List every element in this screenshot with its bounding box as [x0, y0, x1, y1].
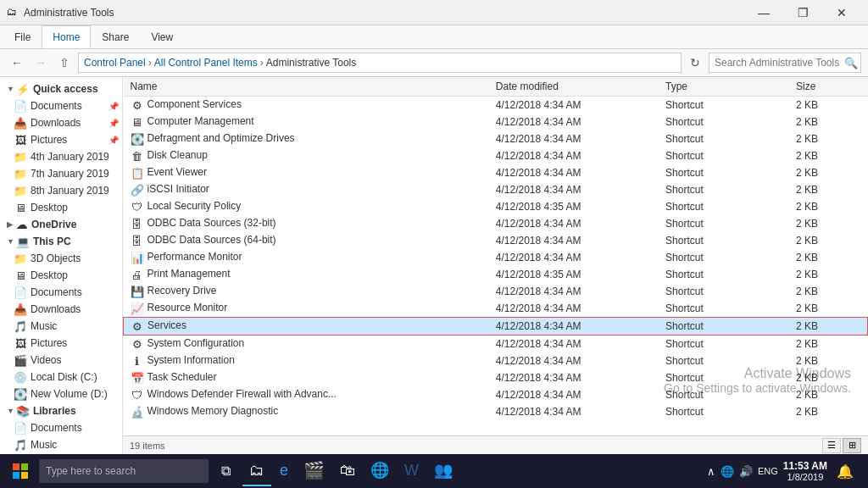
- sidebar-item-pictures-pinned[interactable]: 🖼 Pictures 📌: [0, 131, 122, 148]
- sidebar-item-desktop-pinned[interactable]: 🖥 Desktop: [0, 199, 122, 216]
- file-name-cell: 📅Task Scheduler: [124, 369, 489, 386]
- tab-file[interactable]: File: [3, 25, 42, 48]
- title-bar-controls: — ❐ ✕: [744, 0, 861, 25]
- table-row[interactable]: 🔬Windows Memory Diagnostic 4/12/2018 4:3…: [124, 403, 868, 420]
- drive-icon: 💽: [14, 387, 27, 401]
- sidebar-item-new-volume[interactable]: 💽 New Volume (D:): [0, 385, 122, 402]
- sidebar-item-libraries[interactable]: ▼ 📚 Libraries: [0, 402, 122, 419]
- sidebar-item-jan7[interactable]: 📁 7th January 2019: [0, 165, 122, 182]
- col-header-size[interactable]: Size: [789, 77, 867, 97]
- table-row[interactable]: 📅Task Scheduler 4/12/2018 4:34 AM Shortc…: [124, 369, 868, 386]
- sidebar-item-pictures[interactable]: 🖼 Pictures: [0, 335, 122, 352]
- sidebar-item-onedrive[interactable]: ▶ ☁ OneDrive: [0, 216, 122, 233]
- tab-home[interactable]: Home: [42, 25, 91, 48]
- quick-access-icon: ⚡: [16, 82, 30, 96]
- svg-rect-1: [21, 463, 28, 470]
- taskbar-app-edge[interactable]: e: [273, 456, 295, 486]
- sidebar-item-lib-pictures[interactable]: 🖼 Pictures: [0, 453, 122, 454]
- file-type: Shortcut: [659, 249, 789, 266]
- sidebar-item-jan4[interactable]: 📁 4th January 2019: [0, 148, 122, 165]
- table-row[interactable]: 🗑Disk Cleanup 4/12/2018 4:34 AM Shortcut…: [124, 147, 868, 164]
- table-row[interactable]: 🔗iSCSI Initiator 4/12/2018 4:34 AM Short…: [124, 181, 868, 198]
- sidebar-item-documents[interactable]: 📄 Documents: [0, 284, 122, 301]
- table-row[interactable]: 📊Performance Monitor 4/12/2018 4:34 AM S…: [124, 249, 868, 266]
- sidebar-item-local-disk[interactable]: 💿 Local Disk (C:): [0, 369, 122, 385]
- tray-up-arrow[interactable]: ∧: [707, 465, 715, 478]
- table-row[interactable]: 🖨Print Management 4/12/2018 4:35 AM Shor…: [124, 266, 868, 283]
- close-button[interactable]: ✕: [822, 0, 861, 25]
- search-input[interactable]: [709, 53, 861, 73]
- taskbar-app-vlc[interactable]: 🎬: [297, 456, 331, 486]
- sidebar-item-this-pc[interactable]: ▼ 💻 This PC: [0, 233, 122, 250]
- folder-icon: 📁: [14, 184, 27, 197]
- table-row[interactable]: 📋Event Viewer 4/12/2018 4:34 AM Shortcut…: [124, 164, 868, 181]
- file-date: 4/12/2018 4:34 AM: [489, 97, 659, 114]
- back-button[interactable]: ←: [7, 53, 27, 73]
- sidebar-item-documents-pinned[interactable]: 📄 Documents 📌: [0, 97, 122, 114]
- table-row[interactable]: ⚙Component Services 4/12/2018 4:34 AM Sh…: [124, 97, 868, 114]
- table-row[interactable]: ⚙System Configuration 4/12/2018 4:34 AM …: [124, 336, 868, 353]
- sidebar-item-music[interactable]: 🎵 Music: [0, 318, 122, 335]
- forward-button[interactable]: →: [31, 53, 51, 73]
- refresh-button[interactable]: ↻: [685, 53, 705, 73]
- sidebar-item-videos[interactable]: 🎬 Videos: [0, 352, 122, 369]
- tab-view[interactable]: View: [140, 25, 184, 48]
- table-row[interactable]: 📈Resource Monitor 4/12/2018 4:34 AM Shor…: [124, 300, 868, 318]
- sidebar-item-downloads-pinned[interactable]: 📥 Downloads 📌: [0, 114, 122, 131]
- pc-icon: 💻: [16, 235, 30, 248]
- task-view-button[interactable]: ⧉: [210, 456, 241, 486]
- search-button[interactable]: 🔍: [844, 57, 858, 69]
- onedrive-icon: ☁: [14, 218, 28, 231]
- table-row[interactable]: 🛡Windows Defender Firewall with Advanc..…: [124, 386, 868, 403]
- taskbar-app-teams[interactable]: 👥: [427, 456, 459, 486]
- svg-rect-2: [13, 472, 19, 479]
- sidebar-item-desktop[interactable]: 🖥 Desktop: [0, 267, 122, 284]
- taskbar-app-chrome[interactable]: 🌐: [364, 456, 396, 486]
- table-row[interactable]: 💽Defragment and Optimize Drives 4/12/201…: [124, 130, 868, 147]
- details-view-btn[interactable]: ☰: [822, 438, 841, 453]
- start-button[interactable]: [3, 454, 37, 488]
- tray-language[interactable]: ENG: [758, 465, 778, 477]
- sidebar-label: Desktop: [31, 269, 68, 281]
- sidebar-item-jan8[interactable]: 📁 8th January 2019: [0, 182, 122, 199]
- sidebar-item-downloads[interactable]: 📥 Downloads: [0, 301, 122, 318]
- up-button[interactable]: ⇧: [54, 53, 75, 73]
- table-row[interactable]: 🗄ODBC Data Sources (64-bit) 4/12/2018 4:…: [124, 232, 868, 249]
- crumb-control-panel[interactable]: Control Panel: [84, 57, 146, 69]
- maximize-button[interactable]: ❐: [783, 0, 822, 25]
- notification-button[interactable]: 🔔: [832, 456, 858, 486]
- tray-network-icon[interactable]: 🌐: [721, 465, 734, 478]
- file-name-cell: 🗑Disk Cleanup: [124, 147, 489, 164]
- title-bar-text: Administrative Tools: [24, 7, 744, 19]
- col-header-date[interactable]: Date modified: [489, 77, 659, 97]
- taskbar-search-input[interactable]: [39, 459, 209, 483]
- sidebar-item-lib-documents[interactable]: 📄 Documents: [0, 419, 122, 436]
- minimize-button[interactable]: —: [744, 0, 783, 25]
- table-row[interactable]: ⚙Services 4/12/2018 4:34 AM Shortcut 2 K…: [124, 318, 868, 336]
- large-icons-view-btn[interactable]: ⊞: [843, 438, 861, 453]
- taskbar-app-store[interactable]: 🛍: [333, 456, 362, 486]
- table-row[interactable]: 💾Recovery Drive 4/12/2018 4:34 AM Shortc…: [124, 283, 868, 300]
- sidebar-item-3d-objects[interactable]: 📁 3D Objects: [0, 250, 122, 267]
- table-row[interactable]: 🛡Local Security Policy 4/12/2018 4:35 AM…: [124, 198, 868, 215]
- table-row[interactable]: ℹSystem Information 4/12/2018 4:34 AM Sh…: [124, 352, 868, 369]
- tab-share[interactable]: Share: [91, 25, 140, 48]
- sidebar-item-quick-access[interactable]: ▼ ⚡ Quick access: [0, 80, 122, 97]
- col-header-type[interactable]: Type: [659, 77, 789, 97]
- sidebar-label: Libraries: [33, 405, 76, 417]
- col-header-name[interactable]: Name: [124, 77, 489, 97]
- file-list-scroll[interactable]: Name Date modified Type Size ⚙Component …: [123, 77, 868, 435]
- tray-speaker-icon[interactable]: 🔊: [739, 465, 753, 478]
- crumb-all-items[interactable]: All Control Panel Items: [154, 57, 258, 69]
- music-icon: 🎵: [14, 438, 27, 452]
- taskbar-app-explorer[interactable]: 🗂: [242, 456, 271, 486]
- tray-clock[interactable]: 11:53 AM 1/8/2019: [783, 460, 827, 482]
- taskbar-app-word[interactable]: W: [398, 456, 426, 486]
- table-row[interactable]: 🗄ODBC Data Sources (32-bit) 4/12/2018 4:…: [124, 215, 868, 232]
- sidebar-item-lib-music[interactable]: 🎵 Music: [0, 436, 122, 453]
- address-path[interactable]: Control Panel › All Control Panel Items …: [78, 53, 682, 73]
- file-size: 2 KB: [789, 249, 867, 266]
- windows-icon: [13, 463, 28, 479]
- title-bar: 🗂 Administrative Tools — ❐ ✕: [0, 0, 868, 25]
- table-row[interactable]: 🖥Computer Management 4/12/2018 4:34 AM S…: [124, 114, 868, 130]
